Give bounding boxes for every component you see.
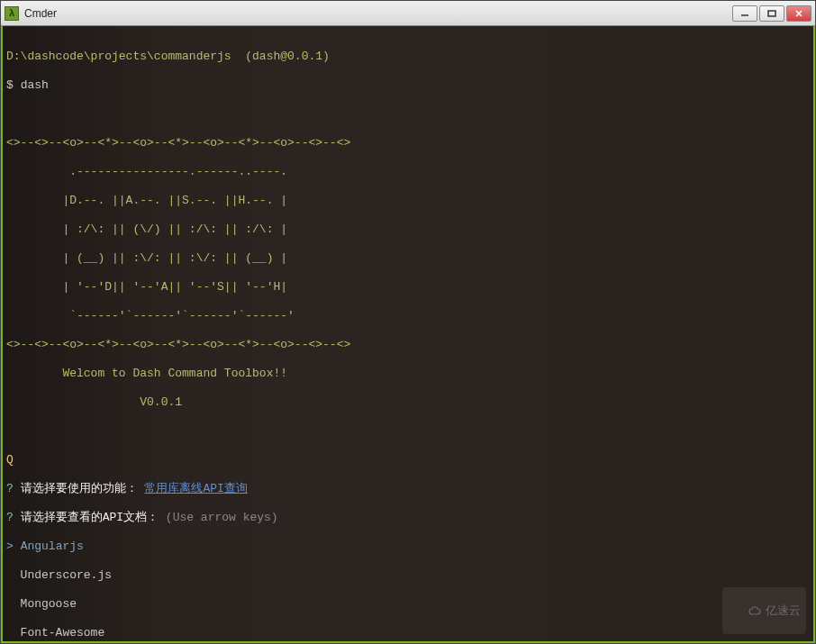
minimize-button[interactable]: [732, 5, 757, 22]
question-2: 请选择要查看的API文档：: [21, 511, 159, 524]
application-window: λ Cmder D:\dashcode\projects\commanderjs…: [0, 0, 816, 644]
maximize-icon: [767, 9, 776, 18]
watermark: 亿速云: [722, 587, 806, 634]
ascii-art-line: .----------------.------..----.: [6, 165, 810, 179]
selection-arrow: >: [6, 540, 14, 553]
list-item[interactable]: Mongoose: [21, 597, 77, 611]
titlebar[interactable]: λ Cmder: [1, 1, 815, 26]
terminal-content[interactable]: D:\dashcode\projects\commanderjs (dash@0…: [1, 26, 815, 643]
ascii-art-line: | '--'D|| '--'A|| '--'S|| '--'H|: [6, 280, 810, 295]
ascii-art-line: |D.--. ||A.--. ||S.--. ||H.--. |: [6, 194, 810, 208]
command-text: dash: [21, 78, 49, 92]
prompt-version: (dash@0.0.1): [245, 50, 330, 63]
window-controls: [732, 5, 811, 22]
question-1: 请选择要使用的功能：: [21, 482, 138, 495]
watermark-text: 亿速云: [766, 603, 801, 617]
maximize-button[interactable]: [759, 5, 784, 22]
minimize-icon: [740, 9, 749, 18]
api-link[interactable]: 常用库离线API查询: [144, 482, 247, 495]
list-item[interactable]: Underscore.js: [21, 568, 112, 582]
ascii-border-top: <>--<>--<o>--<*>--<o>--<*>--<o>--<*>--<o…: [6, 136, 810, 150]
ascii-art-line: | :/\: || (\/) || :/\: || :/\: |: [6, 222, 810, 237]
hint-text: (Use arrow keys): [166, 511, 278, 524]
ascii-border-bottom: <>--<>--<o>--<*>--<o>--<*>--<o>--<*>--<o…: [6, 338, 810, 352]
prompt-path: D:\dashcode\projects\commanderjs: [6, 50, 231, 63]
q-symbol: Q: [6, 453, 14, 467]
selected-option[interactable]: Angularjs: [21, 540, 84, 553]
ascii-art-line: | (__) || :\/: || :\/: || (__) |: [6, 251, 810, 266]
svg-rect-1: [768, 11, 775, 16]
version-text: V0.0.1: [6, 395, 810, 410]
question-marker: ?: [6, 511, 14, 524]
list-item[interactable]: Font-Awesome: [21, 626, 105, 639]
close-icon: [794, 9, 803, 18]
welcome-text: Welcom to Dash Command Toolbox!!: [6, 367, 810, 381]
app-icon: λ: [5, 6, 19, 21]
window-title: Cmder: [24, 7, 732, 20]
close-button[interactable]: [786, 5, 811, 22]
cloud-icon: [748, 605, 766, 618]
prompt-symbol: $: [6, 78, 14, 92]
ascii-art-line: `------'`------'`------'`------': [6, 309, 810, 323]
question-marker: ?: [6, 482, 14, 495]
